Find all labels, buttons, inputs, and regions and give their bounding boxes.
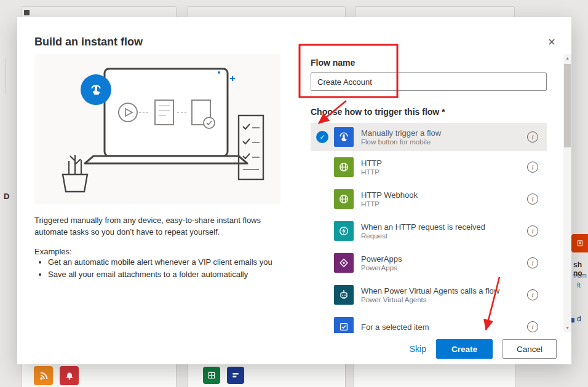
flow-name-input[interactable] <box>311 72 547 91</box>
dialog-title: Build an instant flow <box>34 36 143 49</box>
trigger-subtitle: Request <box>361 232 527 240</box>
laptop-illustration <box>34 54 280 204</box>
info-icon[interactable]: i <box>527 321 538 332</box>
flow-name-label: Flow name <box>311 58 547 68</box>
background-card-edge <box>6 58 6 94</box>
info-icon[interactable]: i <box>527 257 538 268</box>
trigger-title: For a selected item <box>361 322 527 332</box>
trigger-option-power-virtual-agents[interactable]: When Power Virtual Agents calls a flow P… <box>311 279 547 311</box>
instant-flow-illustration <box>34 54 280 204</box>
background-text-fragment: d <box>577 315 581 323</box>
background-text-fragment: ft <box>577 281 581 289</box>
dialog-footer: Skip Create Cancel <box>17 334 571 364</box>
scroll-up-icon[interactable]: ▲ <box>563 54 571 62</box>
trigger-option-manually-trigger-a-flow[interactable]: ✓ Manually trigger a flow Flow button fo… <box>311 123 547 151</box>
examples-list: Get an automatic mobile alert whenever a… <box>34 257 296 281</box>
robot-icon <box>334 285 354 305</box>
selected-radio: ✓ <box>311 131 334 143</box>
flow-setup-panel: Flow name Choose how to trigger this flo… <box>311 54 547 333</box>
scrollbar[interactable]: ▲ ▼ <box>563 54 571 332</box>
example-item: Save all your email attachments to a fol… <box>48 269 296 280</box>
trigger-subtitle: HTTP <box>361 168 527 176</box>
info-icon[interactable]: i <box>527 225 538 237</box>
background-card-glyph <box>24 10 30 15</box>
info-icon[interactable]: i <box>527 194 538 205</box>
trigger-option-for-a-selected-item[interactable]: For a selected item i <box>311 311 547 333</box>
trigger-subtitle: Power Virtual Agents <box>361 296 527 303</box>
rss-icon <box>34 366 53 385</box>
globe-icon <box>334 157 354 177</box>
skip-link[interactable]: Skip <box>410 344 426 354</box>
globe-icon <box>334 189 354 209</box>
build-instant-flow-dialog: Build an instant flow ✕ <box>17 17 571 364</box>
trigger-subtitle: HTTP <box>361 200 527 208</box>
trigger-option-http-webhook[interactable]: HTTP Webhook HTTP i <box>311 183 547 215</box>
create-button[interactable]: Create <box>436 339 493 359</box>
globe-icon <box>334 221 354 241</box>
trigger-subtitle: Flow button for mobile <box>361 138 527 146</box>
powerapps-icon <box>334 253 354 273</box>
close-icon[interactable]: ✕ <box>542 32 562 52</box>
trigger-option-powerapps[interactable]: PowerApps PowerApps i <box>311 247 547 279</box>
trigger-option-http-request-received[interactable]: When an HTTP request is received Request… <box>311 215 547 247</box>
trigger-list: ✓ Manually trigger a flow Flow button fo… <box>311 123 547 333</box>
cancel-button[interactable]: Cancel <box>503 339 557 359</box>
background-text-fragment: D <box>4 192 9 201</box>
trigger-title: HTTP Webhook <box>361 190 527 200</box>
trigger-title: PowerApps <box>361 254 527 264</box>
app-tile-icon <box>227 367 244 384</box>
trigger-title: Manually trigger a flow <box>361 128 527 138</box>
dialog-description: Triggered manually from any device, easy… <box>34 215 283 238</box>
trigger-title: HTTP <box>361 158 527 168</box>
trigger-subtitle: PowerApps <box>361 264 527 272</box>
trigger-heading: Choose how to trigger this flow * <box>311 107 547 117</box>
selected-item-icon <box>334 317 354 333</box>
bell-icon <box>60 366 79 385</box>
example-item: Get an automatic mobile alert whenever a… <box>48 257 296 268</box>
trigger-title: When Power Virtual Agents calls a flow <box>361 286 527 295</box>
trigger-option-http[interactable]: HTTP HTTP i <box>311 151 547 183</box>
info-icon[interactable]: i <box>527 162 538 173</box>
scroll-down-icon[interactable]: ▼ <box>563 324 571 332</box>
examples-heading: Examples: <box>34 247 72 256</box>
trigger-title: When an HTTP request is received <box>361 222 527 232</box>
info-icon[interactable]: i <box>527 289 538 300</box>
info-icon[interactable]: i <box>527 131 538 143</box>
background-alert-icon <box>571 234 588 252</box>
grid-table-icon <box>203 367 220 384</box>
check-icon: ✓ <box>316 131 328 143</box>
background-text-fragment: from <box>573 272 587 279</box>
hand-tap-icon <box>334 127 354 147</box>
scrollbar-thumb[interactable] <box>564 64 571 147</box>
page: D sh no from ft d Build an instant flow … <box>0 0 588 387</box>
